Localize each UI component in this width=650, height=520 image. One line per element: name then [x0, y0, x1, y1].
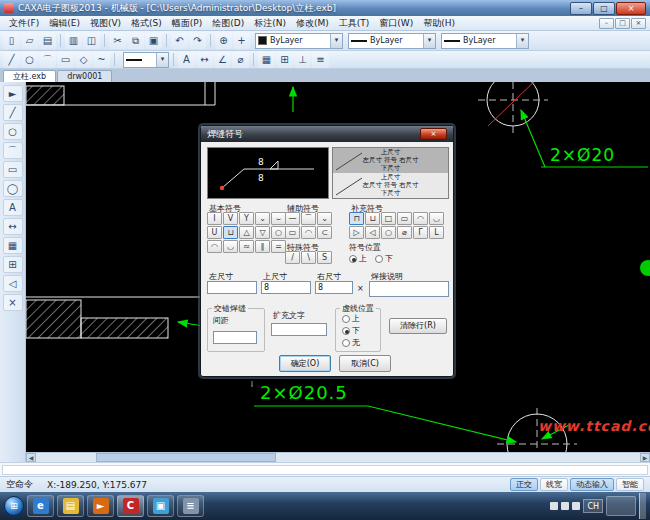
- supp-symbol-button[interactable]: □: [381, 212, 396, 225]
- aux-symbol-button[interactable]: ▭: [285, 226, 300, 239]
- layer-icon[interactable]: ≡: [312, 52, 329, 68]
- menu-edit[interactable]: 编辑(E): [44, 16, 85, 31]
- supp-symbol-button[interactable]: ◁: [365, 226, 380, 239]
- supp-symbol-button[interactable]: ○: [381, 226, 396, 239]
- basic-symbol-button[interactable]: ≈: [239, 240, 254, 253]
- diameter-dim-icon[interactable]: ⌀: [232, 52, 249, 68]
- dash-none-radio[interactable]: 无: [342, 337, 360, 348]
- menu-tools[interactable]: 工具(T): [334, 16, 375, 31]
- dynamic-input-toggle[interactable]: 动态输入: [570, 478, 614, 491]
- arc-icon[interactable]: ⌒: [3, 142, 23, 159]
- zoom-in-icon[interactable]: ⊕: [215, 33, 232, 49]
- erase-icon[interactable]: ×: [3, 294, 23, 311]
- show-desktop-button[interactable]: [639, 493, 646, 519]
- circle-icon[interactable]: ○: [3, 123, 23, 140]
- copy-icon[interactable]: ⧉: [127, 33, 144, 49]
- mdi-restore-button[interactable]: □: [615, 18, 630, 29]
- supp-symbol-button[interactable]: ▷: [349, 226, 364, 239]
- format-selector[interactable]: 上尺寸 左尺寸 符号 右尺寸 下尺寸 上尺寸 左尺寸 符号 右尺寸 下尺寸: [332, 147, 449, 199]
- special-symbol-button[interactable]: /: [285, 251, 300, 264]
- style-combo[interactable]: ▾: [123, 52, 169, 68]
- save-icon[interactable]: ▤: [39, 33, 56, 49]
- menu-draw[interactable]: 绘图(D): [207, 16, 249, 31]
- supp-symbol-button-selected[interactable]: ⊓: [349, 212, 364, 225]
- lineweight-toggle[interactable]: 线宽: [540, 478, 568, 491]
- tab-lizhu-exb[interactable]: 立柱.exb: [3, 70, 56, 82]
- format-option-top[interactable]: 上尺寸 左尺寸 符号 右尺寸 下尺寸: [333, 148, 448, 173]
- special-symbol-button[interactable]: \: [301, 251, 316, 264]
- color-combo[interactable]: ByLayer ▾: [255, 33, 343, 49]
- angle-dim-icon[interactable]: ∠: [214, 52, 231, 68]
- basic-symbol-button[interactable]: Y: [239, 212, 254, 225]
- media-player-icon[interactable]: ►: [87, 495, 114, 517]
- cut-icon[interactable]: ✂: [109, 33, 126, 49]
- caxa-icon[interactable]: C: [117, 495, 144, 517]
- menu-window[interactable]: 窗口(W): [374, 16, 418, 31]
- supp-symbol-button[interactable]: ◠: [413, 212, 428, 225]
- menu-format[interactable]: 格式(S): [126, 16, 167, 31]
- aux-symbol-button[interactable]: —: [285, 212, 300, 225]
- new-icon[interactable]: ▯: [3, 33, 20, 49]
- language-indicator[interactable]: CH: [583, 499, 603, 513]
- horizontal-scrollbar[interactable]: ◀ ▶: [26, 452, 650, 462]
- basic-symbol-button[interactable]: ⌣: [271, 212, 286, 225]
- menu-modify[interactable]: 修改(M): [291, 16, 334, 31]
- weld-description-input[interactable]: [369, 281, 449, 297]
- supp-symbol-button[interactable]: L: [429, 226, 444, 239]
- linetype-combo[interactable]: ByLayer ▾: [348, 33, 436, 49]
- circle-icon[interactable]: ○: [21, 52, 38, 68]
- scrollbar-thumb[interactable]: [96, 453, 276, 462]
- polygon-icon[interactable]: ◇: [75, 52, 92, 68]
- dash-bottom-radio[interactable]: 下: [342, 325, 360, 336]
- dialog-title-bar[interactable]: 焊缝符号 ×: [201, 126, 453, 142]
- tab-drw0001[interactable]: drw0001: [57, 70, 112, 82]
- tray-icon[interactable]: [572, 502, 580, 510]
- supp-symbol-button[interactable]: ⊔: [365, 212, 380, 225]
- aux-symbol-button[interactable]: ⊂: [317, 226, 332, 239]
- supp-symbol-button[interactable]: ▭: [397, 212, 412, 225]
- ortho-icon[interactable]: ⊥: [294, 52, 311, 68]
- aux-symbol-button[interactable]: ⌒: [301, 212, 316, 225]
- left-dim-input[interactable]: [207, 281, 257, 294]
- extend-text-input[interactable]: [271, 323, 327, 336]
- print-preview-icon[interactable]: ◫: [83, 33, 100, 49]
- menu-file[interactable]: 文件(F): [4, 16, 44, 31]
- basic-symbol-button[interactable]: ○: [271, 226, 286, 239]
- print-icon[interactable]: ▥: [65, 33, 82, 49]
- image-viewer-icon[interactable]: ▣: [147, 495, 174, 517]
- lineweight-combo[interactable]: ByLayer ▾: [441, 33, 529, 49]
- basic-symbol-button[interactable]: U: [207, 226, 222, 239]
- scroll-right-icon[interactable]: ▶: [640, 453, 650, 462]
- supp-symbol-button[interactable]: ⌀: [397, 226, 412, 239]
- position-top-radio[interactable]: 上: [349, 253, 367, 264]
- position-bottom-radio[interactable]: 下: [375, 253, 393, 264]
- spline-icon[interactable]: ~: [93, 52, 110, 68]
- line-icon[interactable]: ╱: [3, 52, 20, 68]
- chevron-down-icon[interactable]: ▾: [330, 34, 342, 48]
- ok-button[interactable]: 确定(O): [279, 355, 331, 372]
- menu-help[interactable]: 帮助(H): [418, 16, 460, 31]
- aux-symbol-button[interactable]: ⌄: [317, 212, 332, 225]
- basic-symbol-button[interactable]: I: [207, 212, 222, 225]
- basic-symbol-button[interactable]: ◡: [223, 240, 238, 253]
- paste-icon[interactable]: ▣: [145, 33, 162, 49]
- basic-symbol-button[interactable]: △: [239, 226, 254, 239]
- smart-snap-toggle[interactable]: 智能: [616, 478, 644, 491]
- mirror-icon[interactable]: ◁: [3, 275, 23, 292]
- clock[interactable]: [606, 496, 636, 516]
- maximize-button[interactable]: □: [593, 2, 615, 15]
- scroll-left-icon[interactable]: ◀: [26, 453, 36, 462]
- text-icon[interactable]: A: [3, 199, 23, 216]
- dim-icon[interactable]: ↔: [3, 218, 23, 235]
- supp-symbol-button[interactable]: ◡: [429, 212, 444, 225]
- chevron-down-icon[interactable]: ▾: [156, 53, 168, 67]
- arc-icon[interactable]: ⌒: [39, 52, 56, 68]
- tray-icon[interactable]: [561, 502, 569, 510]
- basic-symbol-button-selected[interactable]: ⊔: [223, 226, 238, 239]
- command-input[interactable]: [2, 465, 648, 475]
- ellipse-icon[interactable]: ◯: [3, 180, 23, 197]
- notepad-icon[interactable]: ≡: [177, 495, 204, 517]
- basic-symbol-button[interactable]: ∥: [255, 240, 270, 253]
- rectangle-icon[interactable]: ▭: [57, 52, 74, 68]
- special-symbol-button[interactable]: S: [317, 251, 332, 264]
